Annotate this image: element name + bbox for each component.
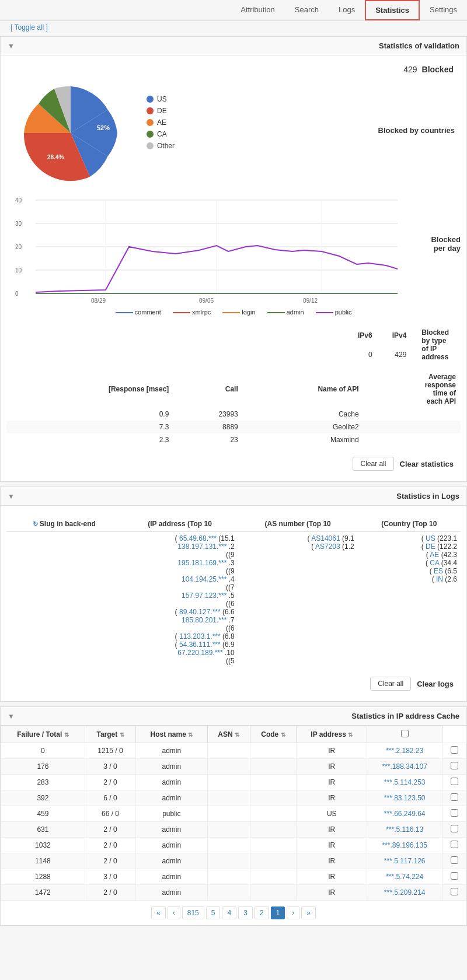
page-4-button[interactable]: 4 xyxy=(222,907,236,919)
select-all-checkbox[interactable] xyxy=(401,730,409,737)
page-first-button[interactable]: « xyxy=(151,907,166,919)
cache-ip-link[interactable]: ***.5.116.13 xyxy=(386,825,423,834)
as-link-2[interactable]: AS7203 xyxy=(315,542,340,551)
nav-logs[interactable]: Logs xyxy=(329,0,365,20)
row-checkbox-cell[interactable] xyxy=(442,775,466,790)
country-link-es[interactable]: ES xyxy=(434,567,443,575)
row-checkbox[interactable] xyxy=(451,888,458,895)
legend-admin: admin xyxy=(267,309,304,316)
row-checkbox[interactable] xyxy=(451,778,458,785)
cache-ip-link[interactable]: ***.66.249.64 xyxy=(384,810,426,818)
clear-all-validation-button[interactable]: Clear all xyxy=(353,457,393,471)
row-checkbox-cell[interactable] xyxy=(442,790,466,806)
cache-ip-link[interactable]: ***.89.196.135 xyxy=(382,841,427,849)
ip-value: ***.89.196.135 xyxy=(367,838,442,853)
target-value: admin xyxy=(136,885,207,901)
country-link-ae[interactable]: AE xyxy=(430,551,439,559)
nav-attribution[interactable]: Attribution xyxy=(231,0,285,20)
page-3-button[interactable]: 3 xyxy=(238,907,253,919)
nav-settings[interactable]: Settings xyxy=(420,0,467,20)
row-checkbox[interactable] xyxy=(451,825,458,832)
nav-search[interactable]: Search xyxy=(285,0,329,20)
row-checkbox-cell[interactable] xyxy=(442,743,466,759)
ip-link-6[interactable]: 89.40.127.*** xyxy=(179,608,221,616)
country-link-in[interactable]: IN xyxy=(436,575,443,583)
cache-ip-link[interactable]: ***.83.123.50 xyxy=(384,794,426,802)
col-checkbox-all[interactable] xyxy=(367,726,442,743)
row-checkbox-cell[interactable] xyxy=(442,838,466,853)
cache-ip-link[interactable]: ***.5.114.253 xyxy=(384,778,426,786)
col-code[interactable]: Code ⇅ xyxy=(250,726,297,743)
page-prev-button[interactable]: ‹ xyxy=(168,907,180,919)
ip-link-10[interactable]: 67.220.189.*** xyxy=(177,649,222,657)
target-value: admin xyxy=(136,759,207,775)
cache-table-row: 1288 3 / 0 admin IR ***.5.74.224 xyxy=(1,869,466,885)
cache-table-row: 459 66 / 0 public US ***.66.249.64 xyxy=(1,806,466,822)
blocked-by-ip-type-label: Blockedby typeof IPaddress xyxy=(417,326,454,363)
refresh-icon[interactable]: ↻ xyxy=(33,520,38,527)
ip-link-4[interactable]: 104.194.25.*** xyxy=(182,575,226,583)
hostname-value xyxy=(207,869,250,885)
ip-link-5[interactable]: 157.97.123.*** xyxy=(182,592,226,600)
page-next-button[interactable]: › xyxy=(287,907,299,919)
row-checkbox-cell[interactable] xyxy=(442,759,466,775)
row-checkbox-cell[interactable] xyxy=(442,806,466,822)
cache-collapse-arrow-icon[interactable]: ▼ xyxy=(8,712,15,720)
page-2-button[interactable]: 2 xyxy=(255,907,269,919)
ipv4-value: 429 xyxy=(383,345,416,363)
failure-value: 1148 xyxy=(1,853,85,869)
row-checkbox[interactable] xyxy=(451,762,458,769)
country-link-ca[interactable]: CA xyxy=(430,559,439,567)
hostname-value xyxy=(207,759,250,775)
ip-link-8[interactable]: 113.203.1.*** xyxy=(179,632,221,640)
page-1-button[interactable]: 1 xyxy=(271,907,285,919)
page-last-button[interactable]: » xyxy=(301,907,316,919)
row-checkbox[interactable] xyxy=(451,809,458,817)
row-checkbox[interactable] xyxy=(451,841,458,848)
cache-ip-link[interactable]: ***.188.34.107 xyxy=(382,762,427,771)
row-checkbox-cell[interactable] xyxy=(442,822,466,838)
ip-link-9[interactable]: 54.36.111.*** xyxy=(179,640,221,649)
clear-all-logs-button[interactable]: Clear all xyxy=(370,677,411,691)
col-ip-address[interactable]: IP address ⇅ xyxy=(297,726,367,743)
col-hostname[interactable]: Host name ⇅ xyxy=(136,726,207,743)
page-815-button[interactable]: 815 xyxy=(182,907,204,919)
row-checkbox[interactable] xyxy=(451,746,458,754)
cache-ip-link[interactable]: ***.5.74.224 xyxy=(386,873,423,881)
cache-ip-link[interactable]: ***.5.209.214 xyxy=(384,888,426,897)
api-call-header: Call xyxy=(173,370,242,408)
country-link-us[interactable]: US xyxy=(426,534,435,542)
target-value: admin xyxy=(136,838,207,853)
page-5-button[interactable]: 5 xyxy=(206,907,221,919)
row-checkbox[interactable] xyxy=(451,856,458,864)
clear-logs-label: Clear logs xyxy=(417,680,454,688)
row-checkbox[interactable] xyxy=(451,793,458,801)
cache-ip-link[interactable]: ***.2.182.23 xyxy=(386,747,423,755)
blocked-row: 429 Blocked xyxy=(6,61,461,78)
col-target[interactable]: Target ⇅ xyxy=(85,726,135,743)
ip-link-7[interactable]: 185.80.201.*** xyxy=(182,616,226,624)
toggle-all-link[interactable]: [ Toggle all ] xyxy=(5,20,54,35)
target-value: admin xyxy=(136,869,207,885)
col-asn[interactable]: ASN ⇅ xyxy=(207,726,250,743)
as-link-1[interactable]: AS14061 xyxy=(311,534,340,542)
row-checkbox-cell[interactable] xyxy=(442,853,466,869)
ip-link-2[interactable]: 138.197.131.*** xyxy=(177,542,226,551)
country-link-de[interactable]: DE xyxy=(426,542,435,551)
failure-value: 459 xyxy=(1,806,85,822)
collapse-arrow-icon[interactable]: ▼ xyxy=(8,42,15,50)
ip-link-3[interactable]: 195.181.169.*** xyxy=(177,559,226,567)
row-checkbox[interactable] xyxy=(451,872,458,880)
logs-table: ↻ Slug in back-end (IP address (Top 10 (… xyxy=(6,516,461,667)
logs-ip-col: ( 65.49.68.*** (15.1 138.197.131.*** .2 … xyxy=(121,532,238,668)
nav-statistics[interactable]: Statistics xyxy=(365,0,420,20)
logs-collapse-arrow-icon[interactable]: ▼ xyxy=(8,492,15,501)
cache-ip-link[interactable]: ***.5.117.126 xyxy=(384,857,426,865)
ip-link-1[interactable]: 65.49.68.*** xyxy=(179,534,217,542)
row-checkbox-cell[interactable] xyxy=(442,869,466,885)
logs-section-header: ▼ Statistics in Logs xyxy=(1,487,466,506)
row-checkbox-cell[interactable] xyxy=(442,885,466,901)
ip-value: ***.5.114.253 xyxy=(367,775,442,790)
col-failure-total[interactable]: Failure / Total ⇅ xyxy=(1,726,85,743)
hostname-value xyxy=(207,743,250,759)
